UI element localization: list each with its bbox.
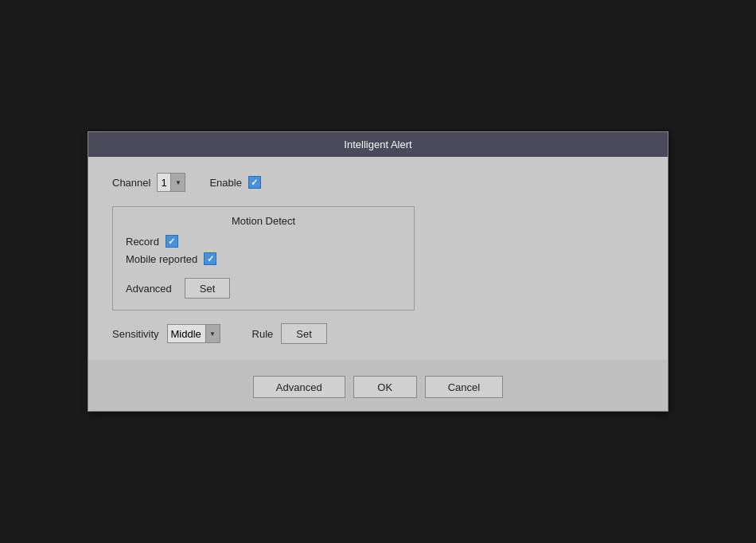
channel-field: Channel 1 2 3 4 ▼ <box>112 173 185 192</box>
cancel-button[interactable]: Cancel <box>425 376 503 398</box>
ok-button[interactable]: OK <box>353 376 417 398</box>
mobile-reported-checkbox[interactable] <box>204 252 216 265</box>
motion-detect-title: Motion Detect <box>126 215 401 227</box>
bottom-buttons-row: Advanced OK Cancel <box>88 360 668 411</box>
dialog-titlebar: Intelligent Alert <box>88 132 668 157</box>
rule-set-button[interactable]: Set <box>281 323 327 344</box>
intelligent-alert-dialog: Intelligent Alert Channel 1 2 3 4 ▼ Enab… <box>88 131 668 412</box>
sensitivity-label: Sensitivity <box>112 328 159 340</box>
record-label: Record <box>126 236 159 248</box>
rule-label: Rule <box>252 328 274 340</box>
channel-dropdown-arrow-icon: ▼ <box>170 174 185 191</box>
advanced-label: Advanced <box>126 283 172 295</box>
advanced-row: Advanced Set <box>126 278 401 299</box>
enable-field: Enable <box>209 176 260 189</box>
record-checkbox[interactable] <box>166 235 178 248</box>
top-row: Channel 1 2 3 4 ▼ Enable <box>112 173 644 192</box>
advanced-button[interactable]: Advanced <box>253 376 345 398</box>
motion-detect-set-button[interactable]: Set <box>185 278 231 299</box>
dialog-title: Intelligent Alert <box>344 139 411 150</box>
dialog-body: Channel 1 2 3 4 ▼ Enable Motion Detect <box>88 157 668 360</box>
sensitivity-rule-row: Sensitivity Low Middle High ▼ Rule Set <box>112 323 644 344</box>
sensitivity-select[interactable]: Low Middle High <box>168 325 205 342</box>
mobile-reported-label: Mobile reported <box>126 253 197 265</box>
sensitivity-dropdown-arrow-icon: ▼ <box>205 325 220 342</box>
channel-label: Channel <box>112 177 150 189</box>
record-row: Record <box>126 235 401 248</box>
motion-detect-box: Motion Detect Record Mobile reported Adv… <box>112 206 415 311</box>
channel-select[interactable]: 1 2 3 4 <box>158 174 170 191</box>
enable-label: Enable <box>209 177 241 189</box>
mobile-reported-row: Mobile reported <box>126 252 401 265</box>
channel-select-wrapper[interactable]: 1 2 3 4 ▼ <box>157 173 185 192</box>
enable-checkbox[interactable] <box>248 176 261 189</box>
sensitivity-select-wrapper[interactable]: Low Middle High ▼ <box>167 324 220 343</box>
